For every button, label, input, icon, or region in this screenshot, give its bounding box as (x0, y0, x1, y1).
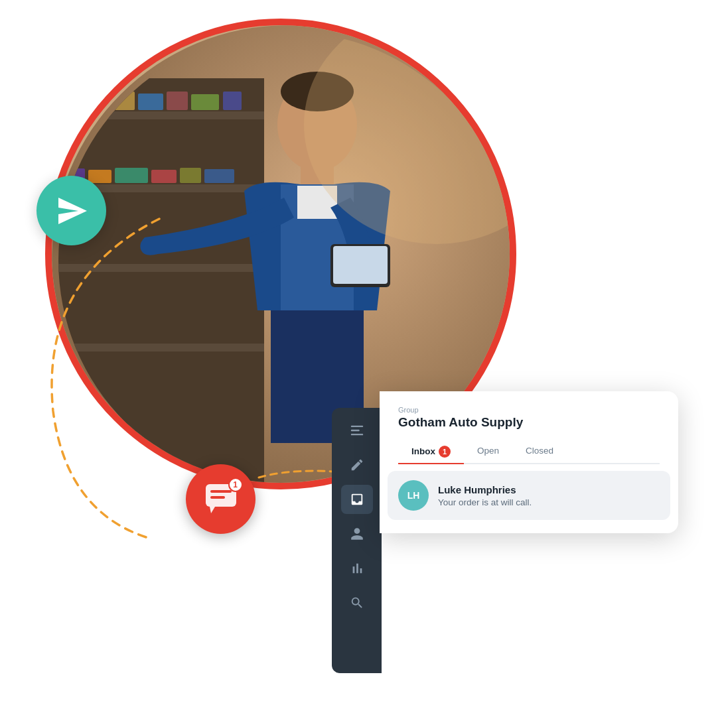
contacts-icon (350, 527, 364, 541)
send-icon (55, 194, 88, 227)
inbox-icon (350, 492, 364, 507)
sidebar-item-menu[interactable] (341, 416, 373, 445)
chat-bubble[interactable]: 1 (186, 464, 255, 534)
tab-open[interactable]: Open (464, 440, 512, 463)
chat-icon-wrapper: 1 (204, 483, 238, 516)
message-list: LH Luke Humphries Your order is at will … (380, 464, 678, 533)
chat-notification-badge: 1 (228, 478, 243, 492)
inbox-badge: 1 (439, 446, 451, 458)
svg-rect-10 (138, 94, 163, 110)
svg-marker-32 (210, 507, 215, 513)
sidebar-item-analytics[interactable] (341, 554, 373, 583)
message-sender: Luke Humphries (438, 484, 660, 495)
avatar: LH (398, 480, 429, 511)
svg-rect-16 (115, 168, 148, 183)
svg-rect-15 (88, 170, 111, 183)
sidebar-item-search[interactable] (341, 588, 373, 617)
svg-rect-36 (350, 430, 359, 431)
search-icon (350, 596, 364, 610)
tab-inbox[interactable]: Inbox1 (398, 440, 464, 463)
svg-rect-17 (151, 170, 177, 183)
tab-closed[interactable]: Closed (512, 440, 567, 463)
message-preview: Your order is at will call. (438, 497, 660, 507)
sidebar-item-inbox[interactable] (341, 485, 373, 514)
sidebar (332, 408, 382, 673)
menu-icon (350, 423, 364, 438)
svg-marker-30 (58, 198, 87, 224)
svg-rect-3 (52, 111, 264, 119)
sidebar-item-compose[interactable] (341, 450, 373, 479)
svg-rect-7 (58, 92, 85, 110)
svg-rect-27 (271, 310, 317, 443)
message-item[interactable]: LH Luke Humphries Your order is at will … (388, 471, 670, 520)
svg-rect-13 (223, 92, 242, 110)
svg-rect-11 (167, 92, 188, 110)
panel-header: Group Gotham Auto Supply Inbox1 Open Clo… (380, 391, 678, 464)
analytics-icon (350, 561, 364, 576)
svg-rect-37 (350, 434, 362, 435)
send-bubble[interactable] (36, 176, 106, 245)
dashed-decoration (13, 212, 212, 544)
svg-rect-19 (204, 169, 234, 183)
svg-rect-33 (210, 490, 232, 493)
svg-rect-8 (88, 95, 111, 110)
svg-rect-18 (180, 168, 201, 183)
group-label: Group (398, 406, 660, 414)
main-panel: Group Gotham Auto Supply Inbox1 Open Clo… (380, 391, 678, 533)
svg-rect-35 (350, 426, 362, 427)
group-name: Gotham Auto Supply (398, 415, 660, 430)
sidebar-item-contacts[interactable] (341, 519, 373, 548)
svg-rect-34 (210, 496, 225, 499)
panel-tabs: Inbox1 Open Closed (398, 440, 660, 464)
message-content: Luke Humphries Your order is at will cal… (438, 484, 660, 507)
scene: 1 (0, 0, 728, 701)
compose-icon (350, 458, 364, 472)
svg-rect-26 (333, 246, 388, 284)
svg-rect-12 (191, 94, 219, 110)
